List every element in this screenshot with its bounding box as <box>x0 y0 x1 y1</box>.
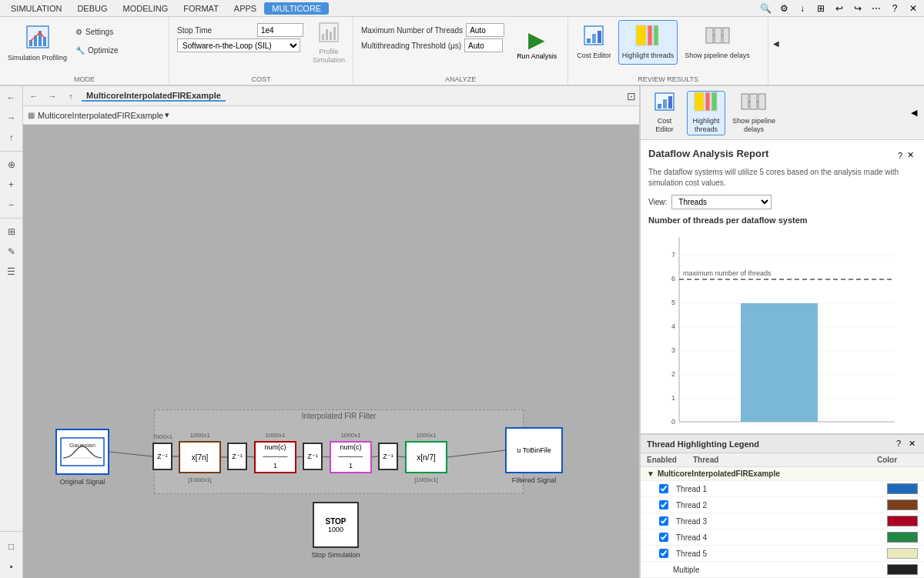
threads-bar <box>741 303 818 422</box>
threshold-input[interactable] <box>464 38 503 52</box>
svg-rect-18 <box>715 28 721 43</box>
zoom-out-button[interactable]: − <box>3 196 20 213</box>
xn7-label-top: 1000x1 <box>416 432 436 439</box>
optimize-button[interactable]: 🔧 Optimize <box>73 42 120 58</box>
svg-text:6: 6 <box>671 275 675 282</box>
gaussian-block[interactable]: Gaussian Original Signal <box>55 429 109 475</box>
breadcrumb-model-name: MulticoreInterpolatedFIRExample <box>38 111 163 120</box>
grid-icon[interactable]: ⊞ <box>813 1 829 16</box>
legend-header: Thread Highlighting Legend ? ✕ <box>641 435 924 453</box>
simulation-profiling-button[interactable]: Simulation Profiling <box>5 20 70 66</box>
view-select[interactable]: Threads Cores Partitions <box>671 195 772 209</box>
zoom-in-button[interactable]: + <box>3 176 20 193</box>
x7n-block[interactable]: x[7n] 1000x1 [1000x1] <box>179 441 221 473</box>
stop-block[interactable]: STOP 1000 Stop Simulation <box>313 502 359 548</box>
thread-4-name: Thread 4 <box>676 533 884 542</box>
menu-debug[interactable]: DEBUG <box>69 2 115 15</box>
nav-forward-button[interactable]: → <box>3 109 20 126</box>
menu-simulation[interactable]: SIMULATION <box>3 2 69 15</box>
show-pipeline-button[interactable]: Show pipeline delays <box>681 20 754 65</box>
menu-format[interactable]: FORMAT <box>176 2 226 15</box>
highlight-threads-button[interactable]: Highlight threads <box>618 20 678 65</box>
expand-review-button[interactable]: ◀ <box>770 20 782 66</box>
sil-select[interactable]: Software-n-the-Loop (SIL) <box>177 38 300 52</box>
tobinfile-block[interactable]: u ToBinFile Filtered Signal <box>505 427 563 473</box>
thread-5-checkbox[interactable] <box>659 549 668 558</box>
thread-2-checkbox[interactable] <box>659 500 668 510</box>
svg-rect-12 <box>592 34 596 43</box>
grid-toggle-button[interactable]: ⊞ <box>3 223 20 240</box>
threshold-label: Multithreading Threshold (μs) <box>361 42 461 50</box>
col-color-header: Color <box>856 456 918 464</box>
run-analysis-button[interactable]: ▶ Run Analysis <box>511 20 563 66</box>
highlight-threads-ribbon-btn[interactable]: Highlightthreads <box>687 91 725 135</box>
report-help-button[interactable]: ? <box>896 150 905 161</box>
svg-rect-17 <box>706 28 713 43</box>
simulink-canvas[interactable]: Interpolated FIR Filter Gaussian Origina… <box>23 125 639 578</box>
main-area: ← → ↑ ⊕ + − ⊞ ✎ ☰ □ ▪ ← → ↑ MulticoreInt… <box>0 86 924 578</box>
terminal-button[interactable]: ▪ <box>3 558 20 575</box>
max-threads-input[interactable] <box>466 23 504 37</box>
settings-button[interactable]: ⚙ Settings <box>73 23 120 40</box>
settings-icon-small: ⚙ <box>75 28 82 36</box>
numc1-block[interactable]: num(c)─────1 1000x1 <box>254 441 296 473</box>
thread-4-row: Thread 4 <box>641 530 924 546</box>
thread-1-checkbox[interactable] <box>659 484 668 493</box>
comment-button[interactable]: ☰ <box>3 263 20 280</box>
legend-help-button[interactable]: ? <box>894 438 903 449</box>
close-icon[interactable]: ✕ <box>906 1 921 16</box>
toolbar-nav-back[interactable]: ← <box>26 89 42 104</box>
right-panel: CostEditor Highlightthreads <box>639 86 924 578</box>
redo-icon[interactable]: ↪ <box>850 1 865 16</box>
menu-multicore[interactable]: MULTICORE <box>264 2 329 15</box>
optimize-icon: 🔧 <box>75 46 85 55</box>
toolbar-nav-up[interactable]: ↑ <box>63 89 79 104</box>
legend-close-button[interactable]: ✕ <box>906 438 918 449</box>
cost-controls: Stop Time Software-n-the-Loop (SIL) <box>174 20 306 55</box>
stop-time-input[interactable] <box>257 23 303 37</box>
nav-up-button[interactable]: ↑ <box>3 129 20 146</box>
undo-icon[interactable]: ↩ <box>832 1 847 16</box>
review-ribbon: CostEditor Highlightthreads <box>641 86 924 140</box>
cost-editor-ribbon-btn[interactable]: CostEditor <box>645 91 684 135</box>
report-close-button[interactable]: ✕ <box>905 149 916 161</box>
collapse-review-button[interactable]: ◀ <box>909 107 919 119</box>
thread-3-checkbox[interactable] <box>659 516 668 526</box>
zoom-fit-button[interactable]: ⊕ <box>3 156 20 173</box>
svg-text:2: 2 <box>671 370 675 378</box>
z1-block-1[interactable]: Z⁻¹ 7000x1 <box>152 443 172 470</box>
x7n-text: x[7n] <box>192 453 209 462</box>
thread-5-row: Thread 5 <box>641 546 924 562</box>
profile-icon <box>318 22 340 46</box>
cost-editor-button[interactable]: Cost Editor <box>573 20 615 65</box>
report-title: Dataflow Analysis Report <box>648 148 768 159</box>
search-icon[interactable]: 🔍 <box>758 1 773 16</box>
properties-button[interactable]: □ <box>3 538 20 555</box>
svg-text:1: 1 <box>671 394 675 402</box>
view-row: View: Threads Cores Partitions <box>648 195 916 209</box>
tree-collapse-icon[interactable]: ▼ <box>647 469 654 478</box>
thread-4-checkbox[interactable] <box>659 533 668 542</box>
z1-block-2[interactable]: Z⁻¹ <box>227 443 247 470</box>
menu-apps[interactable]: APPS <box>226 2 264 15</box>
toolbar-nav-forward[interactable]: → <box>45 89 60 104</box>
canvas-resize-icon[interactable]: ⊡ <box>627 90 636 102</box>
download-icon[interactable]: ↓ <box>795 1 810 16</box>
nav-back-button[interactable]: ← <box>3 89 20 106</box>
numc2-block[interactable]: num(c)─────1 1000x1 <box>330 441 372 473</box>
svg-rect-19 <box>723 28 729 43</box>
menu-modeling[interactable]: MODELING <box>116 2 176 15</box>
breadcrumb-dropdown[interactable]: MulticoreInterpolatedFIRExample ▾ <box>38 110 634 120</box>
z1-block-3[interactable]: Z⁻¹ <box>303 443 323 470</box>
chart-title: Number of threads per dataflow system <box>648 215 916 225</box>
settings-icon[interactable]: ⚙ <box>776 1 792 16</box>
annotate-button[interactable]: ✎ <box>3 243 20 260</box>
x7n-label-bot: [1000x1] <box>188 476 212 483</box>
profile-simulation-button[interactable]: ProfileSimulation <box>310 20 348 66</box>
z1-block-4[interactable]: Z⁻¹ <box>378 443 398 470</box>
more-icon[interactable]: ⋯ <box>869 1 884 16</box>
help-icon[interactable]: ? <box>887 1 902 16</box>
z1-4-text: Z⁻¹ <box>383 453 393 460</box>
xn7-block[interactable]: x[n/7] 1000x1 [1000x1] <box>405 441 447 473</box>
pipeline-ribbon-btn[interactable]: Show pipelinedelays <box>728 91 779 135</box>
